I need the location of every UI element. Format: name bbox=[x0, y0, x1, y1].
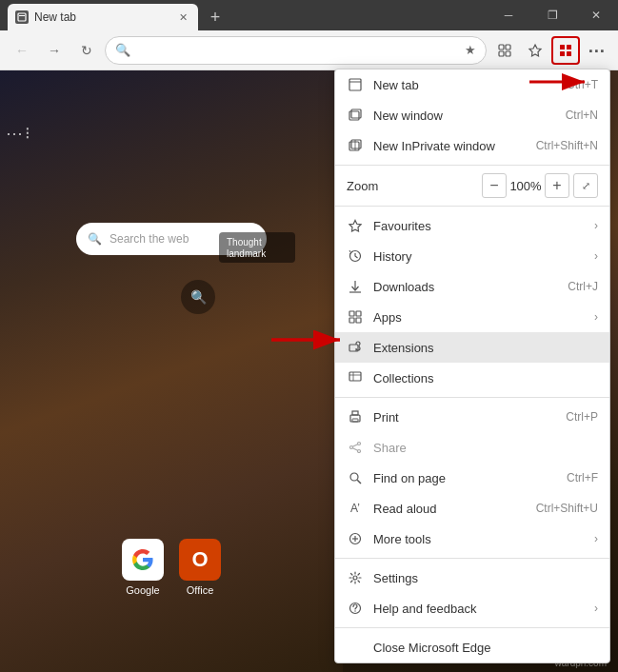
menu-item-more-tools[interactable]: More tools › bbox=[335, 524, 609, 554]
svg-point-45 bbox=[353, 576, 357, 580]
menu-shortcut-downloads: Ctrl+J bbox=[568, 280, 598, 293]
tab-favicon bbox=[15, 10, 29, 24]
menu-item-apps[interactable]: Apps › bbox=[335, 302, 609, 332]
google-shortcut[interactable]: Google bbox=[122, 539, 164, 596]
menu-item-new-tab[interactable]: New tab Ctrl+T bbox=[335, 69, 609, 100]
menu-item-favourites[interactable]: Favourites › bbox=[335, 210, 609, 241]
svg-rect-26 bbox=[349, 318, 354, 323]
menu-item-history[interactable]: History › bbox=[335, 241, 609, 271]
toolbar-actions: ⋯ bbox=[490, 36, 610, 65]
tab-area: New tab ✕ + bbox=[0, 0, 229, 30]
search-icon: 🔍 bbox=[115, 43, 130, 57]
close-button[interactable]: ✕ bbox=[574, 0, 618, 30]
menu-item-help[interactable]: Help and feedback › bbox=[335, 593, 609, 623]
menu-arrow-history: › bbox=[594, 249, 598, 263]
svg-rect-29 bbox=[349, 372, 361, 381]
restore-button[interactable]: ❐ bbox=[530, 0, 574, 30]
menu-item-inprivate[interactable]: New InPrivate window Ctrl+Shift+N bbox=[335, 130, 609, 161]
new-window-menu-icon bbox=[347, 107, 364, 124]
read-aloud-menu-icon: A’ bbox=[347, 500, 364, 517]
office-shortcut[interactable]: O Office bbox=[179, 539, 221, 596]
share-menu-icon bbox=[347, 439, 364, 456]
menu-item-share[interactable]: Share bbox=[335, 432, 609, 463]
svg-rect-25 bbox=[356, 311, 361, 316]
menu-label-read-aloud: Read aloud bbox=[373, 502, 536, 516]
title-bar: New tab ✕ + ─ ❐ ✕ bbox=[0, 0, 618, 30]
menu-shortcut-inprivate: Ctrl+Shift+N bbox=[536, 139, 598, 152]
svg-line-38 bbox=[352, 445, 357, 446]
menu-shortcut-print: Ctrl+P bbox=[566, 410, 598, 424]
search-lens-icon: 🔍 bbox=[88, 232, 102, 246]
page-content: ⋯⁝ 🔍 Search the web Thoughtlandmark 🔍 bbox=[0, 70, 343, 672]
menu-divider-1 bbox=[335, 165, 609, 166]
menu-label-more-tools: More tools bbox=[373, 532, 587, 546]
menu-item-find[interactable]: Find on page Ctrl+F bbox=[335, 463, 609, 493]
active-tab[interactable]: New tab ✕ bbox=[8, 4, 198, 30]
favourites-icon[interactable] bbox=[521, 36, 549, 65]
new-tab-button[interactable]: + bbox=[202, 4, 229, 30]
svg-rect-7 bbox=[560, 45, 565, 49]
menu-divider-3 bbox=[335, 397, 609, 398]
find-menu-icon bbox=[347, 469, 364, 486]
minimize-button[interactable]: ─ bbox=[487, 0, 530, 30]
menu-item-read-aloud[interactable]: A’ Read aloud Ctrl+Shift+U bbox=[335, 493, 609, 524]
history-menu-icon bbox=[347, 247, 364, 265]
thought-text: Thoughtlandmark bbox=[227, 237, 266, 259]
address-input[interactable] bbox=[136, 43, 459, 57]
menu-item-extensions[interactable]: Extensions bbox=[335, 332, 609, 363]
menu-shortcut-new-tab: Ctrl+T bbox=[567, 78, 598, 91]
collections-menu-icon bbox=[347, 369, 364, 386]
svg-line-39 bbox=[352, 448, 357, 450]
menu-label-history: History bbox=[373, 249, 587, 264]
forward-button[interactable]: → bbox=[40, 36, 69, 65]
zoom-expand-button[interactable]: ⤢ bbox=[573, 173, 598, 198]
menu-divider-4 bbox=[335, 558, 609, 559]
address-bar[interactable]: 🔍 ★ bbox=[105, 36, 487, 65]
apps-menu-icon bbox=[347, 308, 364, 326]
svg-rect-10 bbox=[567, 51, 571, 56]
svg-rect-4 bbox=[499, 51, 504, 56]
svg-point-36 bbox=[350, 446, 353, 449]
shortcut-icons: Google O Office bbox=[122, 539, 221, 596]
bookmark-star-icon[interactable]: ★ bbox=[465, 43, 476, 57]
menu-shortcut-find: Ctrl+F bbox=[567, 471, 598, 484]
menu-label-collections: Collections bbox=[373, 371, 598, 385]
search-circle-icon: 🔍 bbox=[190, 289, 207, 305]
favourites-menu-icon bbox=[347, 217, 364, 234]
refresh-button[interactable]: ↻ bbox=[72, 36, 101, 65]
back-button[interactable]: ← bbox=[8, 36, 36, 65]
apps-grid-icon[interactable]: ⋯⁝ bbox=[6, 123, 32, 144]
svg-point-40 bbox=[350, 473, 358, 481]
svg-rect-0 bbox=[18, 13, 26, 21]
menu-label-new-tab: New tab bbox=[373, 78, 567, 92]
office-icon-bg: O bbox=[179, 539, 221, 581]
svg-rect-24 bbox=[349, 311, 354, 316]
menu-item-new-window[interactable]: New window Ctrl+N bbox=[335, 100, 609, 130]
svg-point-35 bbox=[358, 443, 361, 445]
menu-item-close-edge[interactable]: Close Microsoft Edge bbox=[335, 632, 609, 662]
menu-arrow-favourites: › bbox=[594, 219, 598, 232]
menu-label-inprivate: New InPrivate window bbox=[373, 139, 536, 153]
close-edge-menu-icon bbox=[347, 639, 364, 656]
search-circle-button[interactable]: 🔍 bbox=[181, 280, 215, 314]
window-controls: ─ ❐ ✕ bbox=[487, 0, 618, 30]
menu-item-settings[interactable]: Settings bbox=[335, 563, 609, 593]
menu-item-downloads[interactable]: Downloads Ctrl+J bbox=[335, 271, 609, 302]
menu-item-collections[interactable]: Collections bbox=[335, 363, 609, 393]
svg-rect-1 bbox=[19, 15, 25, 16]
zoom-minus-button[interactable]: − bbox=[482, 173, 507, 198]
settings-more-icon[interactable]: ⋯ bbox=[582, 36, 610, 65]
menu-item-print[interactable]: Print Ctrl+P bbox=[335, 402, 609, 432]
menu-label-print: Print bbox=[373, 410, 566, 425]
print-menu-icon bbox=[347, 408, 364, 425]
toolbar: ← → ↻ 🔍 ★ ⋯ bbox=[0, 30, 618, 70]
menu-label-settings: Settings bbox=[373, 571, 598, 585]
office-label: Office bbox=[187, 584, 214, 596]
zoom-plus-button[interactable]: + bbox=[545, 173, 569, 198]
svg-rect-2 bbox=[499, 45, 504, 49]
menu-label-close-edge: Close Microsoft Edge bbox=[373, 641, 598, 655]
profile-icon[interactable] bbox=[551, 36, 580, 65]
tab-close-button[interactable]: ✕ bbox=[175, 10, 190, 25]
collections-icon[interactable] bbox=[490, 36, 519, 65]
grid-dots-icon: ⋯⁝ bbox=[6, 124, 32, 143]
